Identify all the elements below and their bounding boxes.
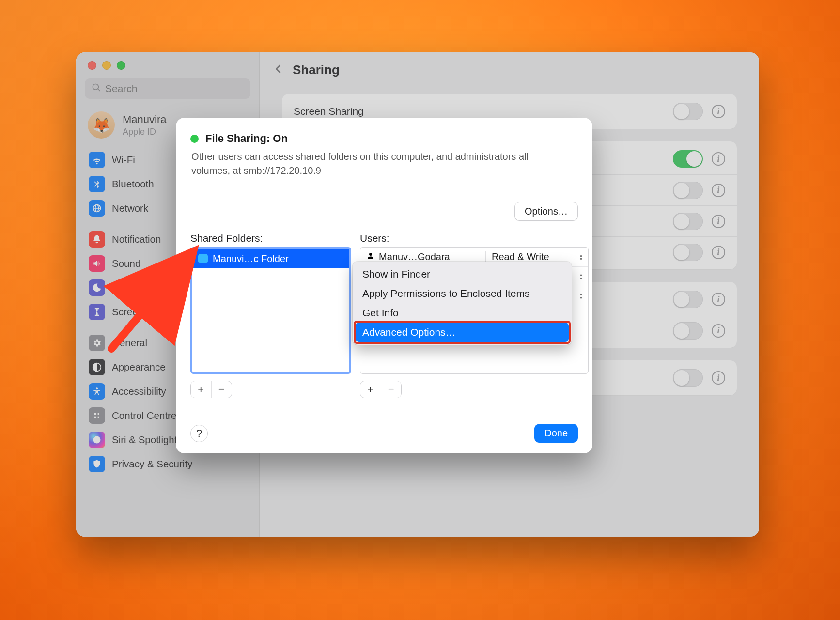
profile-name: Manuvira (123, 113, 166, 126)
focus-icon (89, 279, 105, 296)
done-button[interactable]: Done (534, 424, 578, 443)
sidebar-item-label: Screen Time (112, 306, 168, 318)
context-menu-item[interactable]: Get Info (356, 303, 569, 323)
sidebar-item-label: Focus (112, 282, 139, 294)
sound-icon (89, 255, 105, 272)
zoom-icon[interactable] (117, 61, 125, 70)
profile-subtitle: Apple ID (123, 127, 166, 137)
user-privilege[interactable]: Read & Write (492, 251, 549, 263)
screen-icon (89, 304, 105, 320)
shared-folder-row[interactable]: Manuvi…c Folder (192, 249, 349, 268)
toggle[interactable] (673, 369, 703, 387)
context-menu-item[interactable]: Show in Finder (356, 264, 569, 284)
sidebar-item-label: Control Centre (112, 410, 176, 421)
person-icon (366, 251, 375, 263)
avatar: 🦊 (88, 111, 115, 139)
wifi-icon (89, 152, 105, 168)
privacy-icon (89, 456, 105, 472)
info-icon[interactable]: i (712, 246, 725, 259)
user-name: Manuv…Godara (379, 251, 450, 263)
close-icon[interactable] (88, 61, 96, 70)
options-button[interactable]: Options… (514, 202, 578, 221)
search-field[interactable] (105, 83, 244, 94)
shared-folder-name: Manuvi…c Folder (213, 253, 289, 264)
bt-icon (89, 176, 105, 192)
remove-user-button[interactable]: − (381, 381, 402, 398)
context-menu: Show in FinderApply Permissions to Enclo… (353, 262, 572, 345)
shared-folders-label: Shared Folders: (190, 232, 351, 244)
minimize-icon[interactable] (102, 61, 111, 70)
context-menu-item[interactable]: Advanced Options… (356, 323, 569, 342)
shared-folders-column: Shared Folders: Manuvi…c Folder + − (190, 232, 351, 398)
status-on-icon (190, 135, 199, 143)
help-button[interactable]: ? (190, 425, 208, 442)
siri-icon (89, 432, 105, 448)
appear-icon (89, 359, 105, 375)
toggle[interactable] (673, 150, 703, 168)
back-button[interactable] (273, 62, 284, 78)
shared-folders-list[interactable]: Manuvi…c Folder (190, 247, 351, 374)
sidebar-item-privacy-security[interactable]: Privacy & Security (83, 452, 252, 476)
sidebar-item-label: Sound (112, 258, 140, 269)
toggle[interactable] (673, 103, 703, 120)
sheet-title: File Sharing: On (205, 132, 288, 145)
access-icon (89, 383, 105, 400)
info-icon[interactable]: i (712, 152, 725, 166)
toggle[interactable] (673, 213, 703, 230)
svg-point-2 (93, 436, 101, 444)
info-icon[interactable]: i (712, 293, 725, 306)
svg-point-1 (96, 388, 98, 389)
shared-folders-add-remove: + − (190, 381, 232, 398)
stepper-icon[interactable]: ▴▾ (580, 292, 582, 300)
sidebar-item-label: Bluetooth (112, 178, 154, 190)
sheet-description: Other users can access shared folders on… (191, 150, 569, 178)
stepper-icon[interactable]: ▴▾ (580, 253, 582, 261)
toggle[interactable] (673, 244, 703, 261)
folder-icon (198, 255, 208, 263)
sidebar-item-label: Wi-Fi (112, 154, 135, 166)
content-header: Sharing (260, 52, 759, 87)
svg-point-3 (369, 253, 372, 256)
users-add-remove: + − (360, 381, 402, 398)
sidebar-item-label: Notification (112, 233, 161, 245)
info-icon[interactable]: i (712, 184, 725, 197)
sidebar-item-label: Accessibility (112, 386, 166, 397)
info-icon[interactable]: i (712, 324, 725, 338)
search-icon (92, 83, 101, 95)
remove-shared-folder-button[interactable]: − (211, 381, 232, 398)
page-title: Sharing (293, 62, 340, 78)
toggle[interactable] (673, 291, 703, 308)
search-input[interactable] (85, 78, 250, 99)
sidebar-item-label: General (112, 337, 147, 349)
users-label: Users: (360, 232, 589, 244)
control-icon (89, 407, 105, 424)
notif-icon (89, 231, 105, 248)
add-user-button[interactable]: + (360, 381, 381, 398)
general-icon (89, 335, 105, 351)
info-icon[interactable]: i (712, 215, 725, 228)
info-icon[interactable]: i (712, 371, 725, 385)
info-icon[interactable]: i (712, 105, 725, 118)
row-title: Screen Sharing (294, 106, 364, 117)
sidebar-item-label: Appearance (112, 361, 166, 373)
toggle[interactable] (673, 322, 703, 340)
context-menu-item[interactable]: Apply Permissions to Enclosed Items (356, 284, 569, 303)
toggle[interactable] (673, 182, 703, 199)
sidebar-item-label: Network (112, 202, 148, 214)
window-controls (76, 59, 259, 76)
stepper-icon[interactable]: ▴▾ (580, 273, 582, 280)
net-icon (89, 200, 105, 217)
sidebar-item-label: Siri & Spotlight (112, 434, 177, 446)
add-shared-folder-button[interactable]: + (191, 381, 211, 398)
sidebar-item-label: Privacy & Security (112, 458, 192, 470)
